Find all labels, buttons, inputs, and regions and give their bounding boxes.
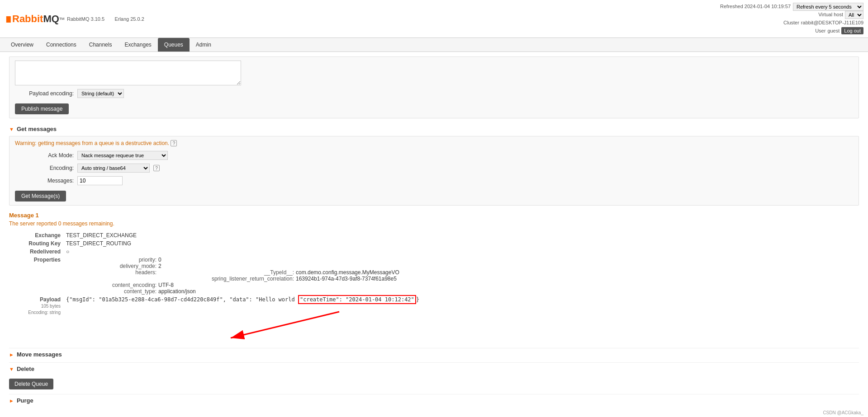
get-messages-warning: Warning: getting messages from a queue i… — [15, 140, 853, 146]
delete-section-header[interactable]: ▼ Delete — [9, 365, 859, 372]
payload-after: } — [416, 296, 419, 303]
get-messages-header[interactable]: ▼ Get messages — [9, 126, 859, 132]
payload-highlighted: "createTime": "2024-01-04 10:12:42" — [298, 295, 416, 304]
header-right: Refreshed 2024-01-04 10:19:57 Refresh ev… — [720, 3, 863, 35]
redelivered-row: Redelivered ○ — [9, 248, 859, 256]
typeid-val: com.demo.config.message.MyMessageVO — [296, 269, 399, 276]
delivery-mode-val: 2 — [158, 263, 161, 269]
logo-mq: MQ — [43, 13, 59, 25]
vhost-select[interactable]: All — [845, 11, 863, 19]
cluster-value: rabbit@DESKTOP-J11E109 — [801, 19, 863, 27]
payload-encoding-label: Payload encoding: — [15, 90, 74, 97]
priority-val: 0 — [158, 257, 161, 263]
ack-mode-label: Ack Mode: — [15, 152, 74, 159]
move-messages-section: ► Move messages — [9, 348, 859, 358]
properties-value: priority: 0 delivery_mode: 2 headers: __… — [63, 256, 859, 295]
nav: Overview Connections Channels Exchanges … — [0, 38, 868, 52]
nav-connections[interactable]: Connections — [40, 38, 83, 52]
content-type-val: application/json — [158, 288, 196, 295]
correlation-val: 163924b1-974a-47d3-9af8-7374f61a98e5 — [296, 276, 397, 282]
get-messages-title: Get messages — [17, 126, 57, 132]
user-label: User — [815, 27, 825, 35]
routing-key-label: Routing Key — [9, 239, 63, 248]
payload-label-cell: Payload 105 bytes Encoding: string — [9, 295, 63, 316]
messages-row: Messages: — [15, 176, 853, 185]
typeid-row: __TypeId__: com.demo.config.message.MyMe… — [158, 269, 399, 276]
logo-rabbit: Rabbit — [12, 13, 43, 25]
delete-title: Delete — [17, 365, 34, 372]
footer-text: CSDN @ACGkaka_ — [823, 410, 863, 412]
delete-queue-button[interactable]: Delete Queue — [9, 379, 53, 389]
content-encoding-key: content_encoding: — [66, 282, 157, 288]
cluster-label: Cluster — [783, 19, 799, 27]
payload-encoding-select[interactable]: String (default) Base64 — [77, 89, 124, 98]
arrow-svg — [217, 307, 344, 343]
headers-key: headers: — [66, 269, 157, 282]
annotation-arrow — [217, 307, 859, 343]
content-type-key: content_type: — [66, 288, 157, 295]
user-value: guest — [827, 27, 840, 35]
move-messages-title: Move messages — [17, 351, 62, 358]
server-report: The server reported 0 messages remaining… — [9, 220, 859, 227]
encoding-help-icon[interactable]: ? — [153, 165, 160, 171]
nav-overview[interactable]: Overview — [5, 38, 40, 52]
routing-key-row: Routing Key TEST_DIRECT_ROUTING — [9, 239, 859, 248]
rabbitmq-version: RabbitMQ 3.10.5 — [67, 16, 104, 22]
exchange-label: Exchange — [9, 231, 63, 239]
get-messages-section: ▼ Get messages Warning: getting messages… — [9, 126, 859, 343]
logo-area: ∎ RabbitMQTM RabbitMQ 3.10.5 Erlang 25.0… — [5, 11, 149, 27]
refresh-select[interactable]: Refresh every 5 seconds Refresh every 10… — [793, 3, 863, 11]
vhost-label: Virtual host — [818, 11, 843, 19]
ack-mode-row: Ack Mode: Nack message requeue true Ack … — [15, 151, 853, 160]
publish-message-button[interactable]: Publish message — [15, 103, 69, 114]
headers-row: headers: __TypeId__: com.demo.config.mes… — [66, 269, 856, 282]
redelivered-label: Redelivered — [9, 248, 63, 256]
purge-section-header[interactable]: ► Purge — [9, 397, 859, 404]
footer: CSDN @ACGkaka_ — [823, 410, 863, 412]
logo-icon: ∎ — [5, 12, 12, 26]
main-content: Payload encoding: String (default) Base6… — [0, 52, 868, 412]
ack-mode-select[interactable]: Nack message requeue true Ack message re… — [77, 151, 168, 160]
encoding-select[interactable]: Auto string / base64 base64 — [77, 164, 150, 173]
redelivered-value: ○ — [63, 248, 859, 256]
message-details-table: Exchange TEST_DIRECT_EXCHANGE Routing Ke… — [9, 231, 859, 316]
properties-row: Properties priority: 0 delivery_mode: 2 … — [9, 256, 859, 295]
logo-tm: TM — [59, 17, 65, 21]
payload-size: 105 bytes — [41, 304, 61, 309]
nav-queues[interactable]: Queues — [158, 38, 190, 52]
payload-encoding-row: Payload encoding: String (default) Base6… — [15, 89, 853, 98]
typeid-key: __TypeId__: — [158, 269, 294, 276]
correlation-key: spring_listener_return_correlation: — [158, 276, 294, 282]
messages-input[interactable] — [77, 176, 123, 185]
encoding-row: Encoding: Auto string / base64 base64 ? — [15, 164, 853, 173]
move-messages-toggle: ► — [9, 352, 14, 357]
publish-payload-textarea[interactable] — [15, 61, 241, 85]
delivery-mode-key: delivery_mode: — [66, 263, 157, 269]
warning-help-icon[interactable]: ? — [171, 140, 177, 146]
purge-toggle: ► — [9, 398, 14, 403]
version-info: RabbitMQ 3.10.5 Erlang 25.0.2 — [67, 16, 149, 22]
svg-line-1 — [231, 312, 339, 338]
payload-encoding-type: Encoding: string — [28, 310, 61, 315]
erlang-version: Erlang 25.0.2 — [114, 16, 144, 22]
delete-section: ▼ Delete Delete Queue — [9, 362, 859, 389]
move-messages-header[interactable]: ► Move messages — [9, 351, 859, 358]
get-messages-button[interactable]: Get Message(s) — [15, 191, 66, 201]
refreshed-label: Refreshed 2024-01-04 10:19:57 — [720, 3, 791, 11]
correlation-row: spring_listener_return_correlation: 1639… — [158, 276, 399, 282]
exchange-value: TEST_DIRECT_EXCHANGE — [63, 231, 859, 239]
delete-body: Delete Queue — [9, 376, 859, 389]
encoding-label: Encoding: — [15, 165, 74, 171]
logo: ∎ RabbitMQTM — [5, 11, 59, 27]
priority-key: priority: — [66, 257, 157, 263]
header: ∎ RabbitMQTM RabbitMQ 3.10.5 Erlang 25.0… — [0, 0, 868, 38]
get-messages-toggle: ▼ — [9, 127, 14, 132]
logout-button[interactable]: Log out — [841, 27, 863, 34]
payload-before: {"msgId": "01a5b325-e288-4ca6-98d7-cd4d2… — [66, 296, 298, 303]
nav-channels[interactable]: Channels — [83, 38, 119, 52]
nav-exchanges[interactable]: Exchanges — [118, 38, 157, 52]
nav-admin[interactable]: Admin — [190, 38, 218, 52]
priority-row: priority: 0 — [66, 257, 856, 263]
publish-button-row: Publish message — [15, 102, 853, 114]
routing-key-value: TEST_DIRECT_ROUTING — [63, 239, 859, 248]
